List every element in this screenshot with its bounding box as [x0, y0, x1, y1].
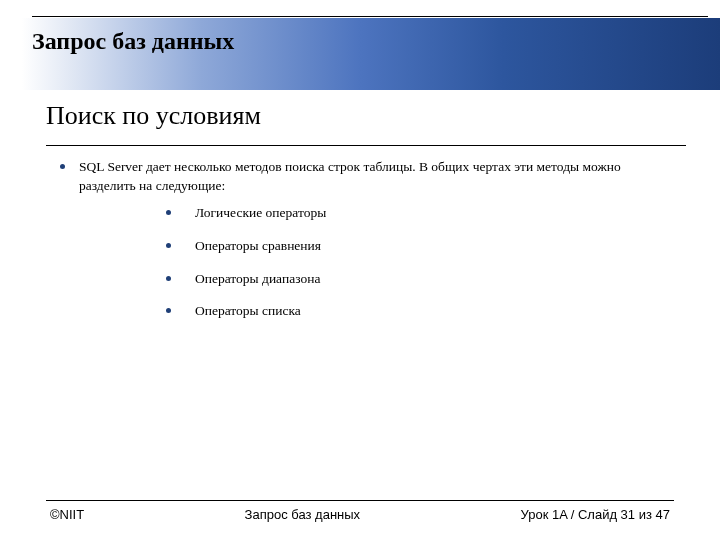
list-item: Операторы диапазона: [166, 270, 660, 289]
footer-right: Урок 1A / Слайд 31 из 47: [521, 507, 670, 522]
list-item: Операторы списка: [166, 302, 660, 321]
footer-row: ©NIIT Запрос баз данных Урок 1A / Слайд …: [0, 507, 720, 522]
bullet-icon: [60, 164, 65, 169]
bullet-icon: [166, 243, 171, 248]
slide: Запрос баз данных Поиск по условиям SQL …: [0, 0, 720, 540]
footer-rule: [46, 500, 674, 501]
header-top-rule: [32, 16, 708, 17]
lvl2-text: Операторы диапазона: [195, 270, 320, 289]
slide-header-title: Запрос баз данных: [32, 28, 234, 55]
slide-subtitle: Поиск по условиям: [46, 101, 720, 131]
bullet-icon: [166, 276, 171, 281]
list-item: Операторы сравнения: [166, 237, 660, 256]
header-band: Запрос баз данных: [0, 0, 720, 95]
subtitle-row: Поиск по условиям: [0, 95, 720, 141]
footer: ©NIIT Запрос баз данных Урок 1A / Слайд …: [0, 500, 720, 522]
slide-body: SQL Server дает несколько методов поиска…: [0, 146, 720, 540]
lvl2-list: Логические операторы Операторы сравнения…: [166, 204, 660, 322]
list-item: SQL Server дает несколько методов поиска…: [60, 158, 660, 196]
lvl2-text: Операторы сравнения: [195, 237, 321, 256]
footer-center: Запрос баз данных: [245, 507, 361, 522]
lvl1-text: SQL Server дает несколько методов поиска…: [79, 158, 660, 196]
footer-left: ©NIIT: [50, 507, 84, 522]
bullet-icon: [166, 210, 171, 215]
bullet-icon: [166, 308, 171, 313]
lvl2-text: Логические операторы: [195, 204, 326, 223]
list-item: Логические операторы: [166, 204, 660, 223]
lvl2-text: Операторы списка: [195, 302, 301, 321]
